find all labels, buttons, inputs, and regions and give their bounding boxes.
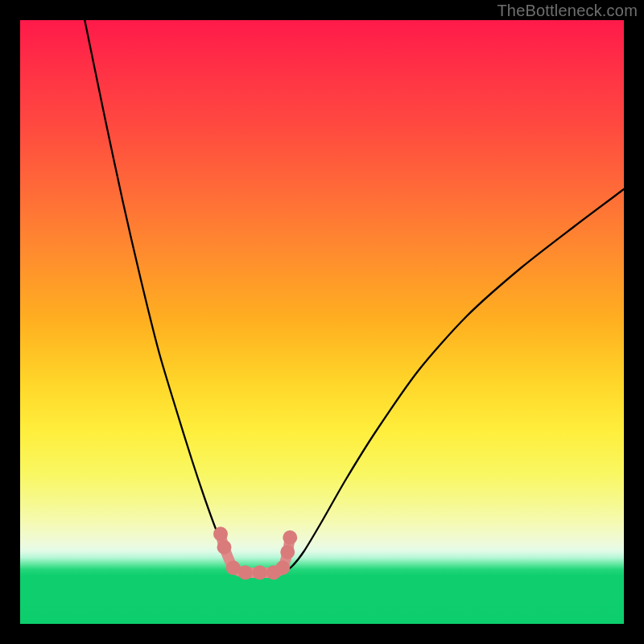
valley-marker [253, 565, 267, 580]
right-branch-curve [283, 189, 624, 572]
valley-marker-group [213, 526, 297, 580]
valley-marker [238, 565, 253, 580]
outer-frame: TheBottleneck.com [0, 0, 644, 644]
curve-layer [20, 20, 624, 624]
valley-marker [283, 530, 297, 545]
valley-marker [280, 545, 295, 559]
valley-marker [217, 540, 232, 555]
watermark-label: TheBottleneck.com [497, 2, 638, 20]
valley-marker [213, 526, 228, 541]
left-branch-curve [85, 20, 253, 572]
valley-marker [275, 560, 290, 575]
plot-area [20, 20, 624, 624]
